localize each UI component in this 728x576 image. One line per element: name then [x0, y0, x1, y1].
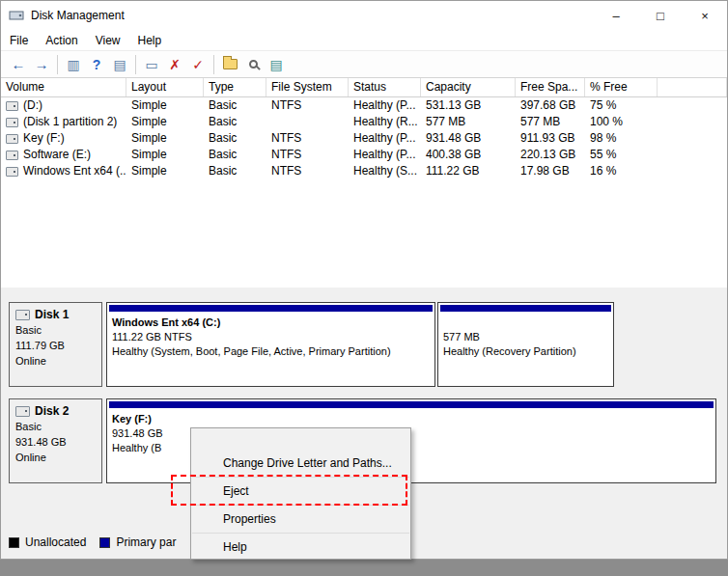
partition-title — [443, 315, 608, 330]
header-layout[interactable]: Layout — [126, 78, 204, 96]
header-status[interactable]: Status — [349, 78, 421, 96]
app-icon[interactable] — [9, 8, 24, 23]
open-folder-icon[interactable] — [218, 53, 241, 76]
taskbar-strip — [0, 560, 728, 576]
maximize-button[interactable]: □ — [638, 1, 683, 30]
disk-name-label: Disk 1 — [35, 307, 69, 322]
forward-icon[interactable]: → — [30, 53, 53, 76]
header-volume[interactable]: Volume — [1, 78, 126, 96]
cell-type: Basic — [204, 97, 266, 114]
menu-file[interactable]: File — [1, 30, 37, 50]
table-row[interactable]: Key (F:) Simple Basic NTFS Healthy (P...… — [1, 130, 727, 147]
cell-pct: 100 % — [585, 114, 658, 130]
menu-view[interactable]: View — [87, 30, 129, 50]
header-file-system[interactable]: File System — [266, 78, 349, 96]
cell-volume: Windows Ent x64 (... — [1, 163, 126, 179]
folder-glyph — [223, 59, 238, 69]
export-list-icon[interactable]: ▤ — [108, 53, 131, 76]
partition-status: Healthy (System, Boot, Page File, Active… — [112, 344, 430, 359]
cell-volume: (Disk 1 partition 2) — [1, 114, 126, 130]
menu-item-properties[interactable]: Properties — [191, 506, 410, 533]
menu-help[interactable]: Help — [129, 30, 171, 50]
delete-volume-icon[interactable]: ✗ — [163, 53, 186, 76]
drive-icon — [6, 151, 18, 160]
disk-name-label: Disk 2 — [35, 403, 69, 419]
cell-capacity: 931.48 GB — [421, 130, 516, 147]
cell-pct: 55 % — [585, 147, 658, 163]
cell-pct: 16 % — [585, 163, 658, 179]
header-pct-free[interactable]: % Free — [585, 78, 658, 96]
cell-free: 397.68 GB — [516, 97, 585, 114]
header-type[interactable]: Type — [204, 78, 266, 96]
cell-status: Healthy (P... — [349, 147, 421, 163]
partition-recovery[interactable]: 577 MB Healthy (Recovery Partition) — [437, 302, 614, 387]
disk-management-window: Disk Management – □ × File Action View H… — [0, 0, 728, 560]
cell-type: Basic — [204, 147, 266, 163]
minimize-button[interactable]: – — [594, 1, 638, 30]
volume-list-header: Volume Layout Type File System Status Ca… — [1, 78, 727, 97]
disk-1-header[interactable]: Disk 1 Basic 111.79 GB Online — [9, 302, 102, 387]
list-view-icon[interactable]: ▤ — [265, 53, 288, 76]
disk-status-label: Online — [15, 353, 96, 369]
menu-action[interactable]: Action — [37, 30, 86, 50]
primary-partition-label: Primary par — [116, 535, 176, 549]
drive-icon — [6, 101, 18, 111]
volume-list-pane: Volume Layout Type File System Status Ca… — [1, 78, 727, 288]
partition-title: Windows Ent x64 (C:) — [112, 315, 430, 330]
legend: Unallocated Primary par — [9, 534, 189, 551]
cell-type: Basic — [204, 163, 266, 179]
drive-icon — [6, 134, 18, 144]
cell-fs: NTFS — [266, 163, 349, 179]
header-free-space[interactable]: Free Spa... — [516, 78, 585, 96]
close-button[interactable]: × — [683, 1, 727, 30]
disk-2-header[interactable]: Disk 2 Basic 931.48 GB Online — [9, 398, 102, 483]
help-icon[interactable]: ? — [85, 53, 108, 76]
window-controls: – □ × — [594, 1, 727, 30]
toolbar-separator — [213, 55, 214, 74]
cell-fs: NTFS — [266, 130, 349, 147]
cell-layout: Simple — [126, 163, 204, 179]
drive-icon — [6, 167, 18, 177]
cell-fs: NTFS — [266, 147, 349, 163]
disk-icon — [15, 310, 30, 320]
table-row[interactable]: (Disk 1 partition 2) Simple Basic Health… — [1, 114, 727, 130]
cell-volume: Key (F:) — [1, 130, 126, 147]
find-icon[interactable] — [241, 53, 265, 76]
check-volume-icon[interactable]: ✓ — [186, 53, 210, 76]
disk-size-label: 111.79 GB — [15, 338, 96, 353]
cell-fs: NTFS — [266, 97, 349, 114]
cell-layout: Simple — [126, 114, 204, 130]
partition-size: 111.22 GB NTFS — [112, 330, 430, 344]
console-tree-icon[interactable]: ▥ — [62, 53, 85, 76]
menu-item-change-drive-letter[interactable]: Change Drive Letter and Paths... — [191, 450, 410, 477]
cell-capacity: 577 MB — [421, 114, 516, 130]
cell-status: Healthy (P... — [349, 130, 421, 147]
unallocated-label: Unallocated — [25, 535, 86, 549]
header-filler — [658, 78, 727, 96]
partition-title: Key (F:) — [112, 412, 711, 426]
cell-volume: (D:) — [1, 97, 126, 114]
partition-c[interactable]: Windows Ent x64 (C:) 111.22 GB NTFS Heal… — [106, 302, 435, 387]
action-pane-icon[interactable]: ▭ — [140, 53, 163, 76]
cell-status: Healthy (R... — [349, 114, 421, 130]
cell-free: 17.98 GB — [516, 163, 585, 179]
disk-icon — [15, 406, 30, 417]
table-row[interactable]: Software (E:) Simple Basic NTFS Healthy … — [1, 147, 727, 163]
cell-layout: Simple — [126, 147, 204, 163]
menu-item-eject[interactable]: Eject — [191, 478, 410, 505]
cell-volume: Software (E:) — [1, 147, 126, 163]
context-menu: Change Drive Letter and Paths... Eject P… — [190, 427, 411, 560]
table-row[interactable]: (D:) Simple Basic NTFS Healthy (P... 531… — [1, 97, 727, 114]
header-capacity[interactable]: Capacity — [421, 78, 516, 96]
magnifier-glyph — [249, 60, 258, 69]
cell-layout: Simple — [126, 97, 204, 114]
disk-kind-label: Basic — [15, 322, 96, 338]
cell-free: 911.93 GB — [516, 130, 585, 147]
disk-size-label: 931.48 GB — [15, 434, 96, 450]
cell-free: 220.13 GB — [516, 147, 585, 163]
cell-status: Healthy (S... — [349, 163, 421, 179]
table-row[interactable]: Windows Ent x64 (... Simple Basic NTFS H… — [1, 163, 727, 179]
menu-item-help[interactable]: Help — [191, 534, 410, 561]
back-icon[interactable]: ← — [7, 53, 30, 76]
partition-color-strip — [109, 305, 433, 312]
